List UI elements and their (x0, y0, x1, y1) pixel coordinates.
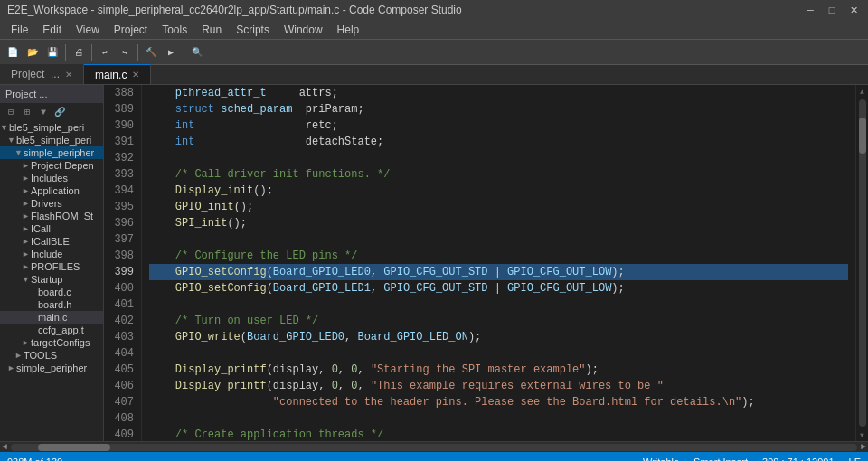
toolbar-redo[interactable]: ↪ (116, 43, 134, 61)
code-line[interactable]: pthread_attr_t attrs; (149, 85, 848, 101)
scroll-up-arrow[interactable]: ▲ (856, 85, 869, 98)
tab-project-close[interactable]: ✕ (65, 70, 72, 80)
code-line[interactable]: "connected to the header pins. Please se… (149, 394, 848, 410)
sidebar-filter-btn[interactable]: ▼ (36, 105, 51, 119)
sidebar-tree-item[interactable]: ►Includes (0, 172, 103, 184)
sidebar-tree-item[interactable]: ►FlashROM_St (0, 210, 103, 222)
tree-item-label: simple_peripher (16, 362, 87, 373)
menu-project[interactable]: Project (107, 22, 155, 38)
main-area: Project ... ⊟ ⊞ ▼ 🔗 ▼ble5_simple_peri▼bl… (0, 85, 868, 441)
sidebar-tree-item[interactable]: board.c (0, 286, 103, 298)
code-line[interactable]: struct sched_param priParam; (149, 101, 848, 118)
sidebar-tree-item[interactable]: main.c (0, 311, 103, 324)
code-line[interactable] (149, 231, 848, 248)
scroll-thumb[interactable] (859, 118, 866, 154)
menu-file[interactable]: File (4, 22, 35, 38)
toolbar-sep-2 (91, 44, 92, 61)
sidebar-expand-btn[interactable]: ⊞ (20, 105, 34, 119)
code-line[interactable] (149, 410, 848, 427)
toolbar-print[interactable]: 🖨 (70, 43, 88, 61)
menu-view[interactable]: View (69, 22, 107, 38)
menu-help[interactable]: Help (330, 22, 367, 38)
code-line[interactable]: int retc; (149, 118, 848, 134)
code-line[interactable]: GPIO_setConfig(Board_GPIO_LED1, GPIO_CFG… (149, 280, 848, 296)
menu-tools[interactable]: Tools (155, 22, 194, 38)
code-line[interactable]: int detachState; (149, 134, 848, 150)
code-line[interactable]: /* Create application threads */ (149, 427, 848, 441)
tree-arrow-icon: ► (22, 338, 31, 347)
toolbar-debug[interactable]: ▶ (162, 43, 180, 61)
code-line[interactable] (149, 345, 848, 362)
status-writable: Writable (643, 456, 679, 461)
sidebar-tree-item[interactable]: ►targetConfigs (0, 336, 103, 349)
tree-item-label: FlashROM_St (31, 211, 93, 221)
sidebar-tree-item[interactable]: ▼Startup (0, 273, 103, 286)
toolbar-search[interactable]: 🔍 (188, 43, 206, 61)
toolbar-save[interactable]: 💾 (43, 43, 61, 61)
code-editor[interactable]: pthread_attr_t attrs; struct sched_param… (142, 85, 855, 441)
toolbar-new[interactable]: 📄 (4, 43, 22, 61)
horizontal-scrollbar[interactable]: ◄ ► (0, 441, 868, 452)
line-number: 400 (108, 280, 134, 296)
sidebar-tree-item[interactable]: ▼ble5_simple_peri (0, 121, 103, 134)
maximize-button[interactable]: □ (825, 3, 839, 17)
sidebar-tree-item[interactable]: ►ICall (0, 222, 103, 235)
sidebar-tree-item[interactable]: ►PROFILES (0, 260, 103, 273)
h-scroll-thumb[interactable] (38, 444, 110, 451)
code-line[interactable]: /* Turn on user LED */ (149, 313, 848, 329)
code-line[interactable] (149, 150, 848, 166)
sidebar-tree-item[interactable]: ▼ble5_simple_peri (0, 134, 103, 146)
code-line[interactable] (149, 296, 848, 313)
menu-window[interactable]: Window (277, 22, 330, 38)
minimize-button[interactable]: ─ (803, 3, 817, 17)
menu-run[interactable]: Run (194, 22, 229, 38)
sidebar-tree-item[interactable]: ►simple_peripher (0, 362, 103, 374)
tree-item-label: Include (31, 249, 62, 259)
tab-bar: Project_... ✕ main.c ✕ (0, 65, 868, 85)
vertical-scrollbar[interactable]: ▲ ▼ (855, 85, 868, 441)
code-line[interactable]: /* Configure the LED pins */ (149, 248, 848, 264)
tree-item-label: targetConfigs (31, 337, 90, 348)
code-line[interactable]: GPIO_write(Board_GPIO_LED0, Board_GPIO_L… (149, 329, 848, 345)
tab-project-label: Project_... (11, 68, 60, 80)
scroll-track[interactable] (859, 99, 866, 427)
sidebar-title: Project ... (5, 89, 47, 99)
line-number: 398 (108, 248, 134, 264)
sidebar-tree-item[interactable]: ►ICallBLE (0, 235, 103, 248)
h-scroll-right[interactable]: ► (859, 442, 868, 452)
toolbar-undo[interactable]: ↩ (96, 43, 114, 61)
sidebar-tree-item[interactable]: ►Project Depen (0, 159, 103, 172)
code-line[interactable]: Display_printf(display, 0, 0, "Starting … (149, 362, 848, 378)
tab-main-c[interactable]: main.c ✕ (84, 64, 151, 84)
line-numbers: 3883893903913923933943953963973983994004… (104, 85, 142, 441)
sidebar-tree-item[interactable]: ▼simple_peripher (0, 146, 103, 159)
menu-scripts[interactable]: Scripts (229, 22, 277, 38)
code-line[interactable]: SPI_init(); (149, 215, 848, 231)
code-line[interactable]: Display_printf(display, 0, 0, "This exam… (149, 378, 848, 394)
code-line[interactable]: /* Call driver init functions. */ (149, 166, 848, 183)
sidebar-tree-item[interactable]: ccfg_app.t (0, 324, 103, 336)
h-scroll-track[interactable] (11, 444, 857, 451)
h-scroll-left[interactable]: ◄ (0, 442, 9, 452)
sidebar-tree-item[interactable]: ►Include (0, 248, 103, 260)
tab-main-c-close[interactable]: ✕ (132, 70, 139, 80)
sidebar-tree-item[interactable]: ►TOOLS (0, 349, 103, 362)
sidebar-tree-item[interactable]: board.h (0, 298, 103, 311)
tree-item-label: ICall (31, 223, 51, 234)
close-button[interactable]: ✕ (846, 3, 861, 17)
editor-area[interactable]: 3883893903913923933943953963973983994004… (104, 85, 868, 441)
sidebar-link-btn[interactable]: 🔗 (52, 105, 67, 119)
toolbar-build[interactable]: 🔨 (142, 43, 160, 61)
code-line[interactable]: GPIO_setConfig(Board_GPIO_LED0, GPIO_CFG… (149, 264, 848, 280)
scroll-down-arrow[interactable]: ▼ (856, 428, 869, 441)
sidebar-tree-item[interactable]: ►Drivers (0, 197, 103, 210)
code-line[interactable]: Display_init(); (149, 183, 848, 199)
sidebar-collapse-btn[interactable]: ⊟ (4, 105, 18, 119)
toolbar-open[interactable]: 📂 (24, 43, 42, 61)
line-number: 399 (108, 264, 134, 280)
sidebar-tree-item[interactable]: ►Application (0, 184, 103, 197)
code-line[interactable]: GPIO_init(); (149, 199, 848, 215)
tab-project[interactable]: Project_... ✕ (0, 64, 84, 84)
menu-edit[interactable]: Edit (35, 22, 69, 38)
line-number: 395 (108, 199, 134, 215)
